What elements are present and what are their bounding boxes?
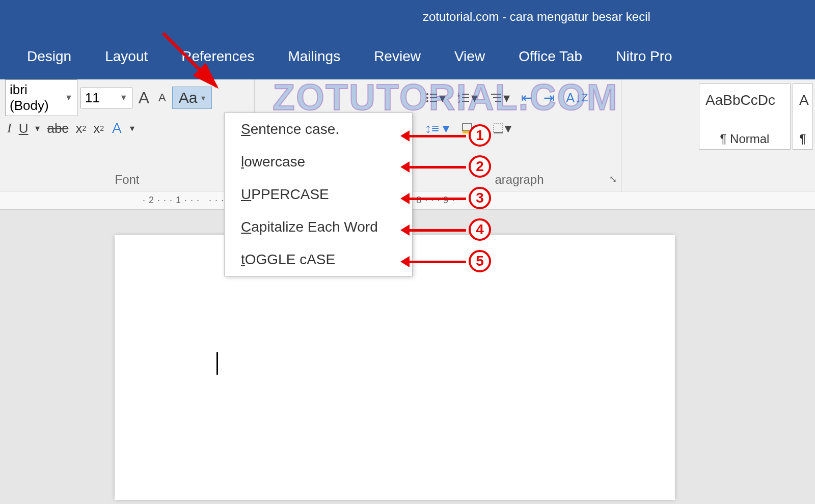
text-cursor bbox=[216, 352, 218, 375]
underline-dropdown[interactable]: ▾ bbox=[33, 122, 42, 135]
bullets-button[interactable]: ▾ bbox=[423, 89, 448, 107]
menu-capitalize-each-word[interactable]: Capitalize Each Word bbox=[225, 211, 412, 243]
style-preview-2: A bbox=[799, 87, 806, 108]
font-group-label: Font bbox=[0, 173, 254, 187]
paragraph-dialog-launcher[interactable]: ⤡ bbox=[609, 174, 617, 185]
ribbon-tabs: Design Layout References Mailings Review… bbox=[0, 34, 815, 79]
decrease-indent-button[interactable]: ⇤ bbox=[519, 89, 534, 107]
font-name-combo[interactable]: ibri (Body) ▼ bbox=[5, 79, 77, 116]
shrink-font-button[interactable]: A bbox=[155, 89, 169, 106]
change-case-button[interactable]: Aa ▾ bbox=[172, 87, 212, 109]
tab-design[interactable]: Design bbox=[18, 48, 80, 65]
numbering-button[interactable]: 123▾ bbox=[455, 89, 480, 107]
style-normal[interactable]: AaBbCcDc ¶ Normal bbox=[699, 83, 791, 150]
style-item-2[interactable]: A ¶ bbox=[793, 83, 813, 150]
menu-toggle-case[interactable]: tOGGLE cASE bbox=[225, 243, 412, 276]
annotation-4: 4 bbox=[469, 218, 491, 241]
grow-font-button[interactable]: A bbox=[135, 87, 152, 109]
style-name-2: ¶ bbox=[799, 132, 806, 146]
arrow-4 bbox=[408, 229, 466, 232]
borders-icon bbox=[492, 122, 505, 135]
chevron-down-icon: ▾ bbox=[201, 93, 205, 103]
arrow-3 bbox=[408, 198, 466, 200]
chevron-down-icon: ▼ bbox=[65, 93, 73, 102]
svg-rect-17 bbox=[494, 124, 503, 133]
annotation-2: 2 bbox=[469, 155, 491, 178]
paragraph-group-label: aragraph bbox=[418, 173, 621, 187]
tab-layout[interactable]: Layout bbox=[96, 48, 157, 65]
menu-sentence-case[interactable]: Sentence case. bbox=[225, 113, 412, 146]
tab-references[interactable]: References bbox=[172, 48, 263, 65]
annotation-3: 3 bbox=[469, 187, 491, 209]
title-bar: zotutorial.com - cara mengatur besar kec… bbox=[0, 0, 815, 34]
svg-point-4 bbox=[426, 100, 428, 102]
borders-button[interactable]: ▾ bbox=[490, 120, 513, 137]
svg-text:3: 3 bbox=[457, 99, 460, 104]
arrow-1 bbox=[408, 135, 466, 137]
increase-indent-button[interactable]: ⇥ bbox=[541, 89, 557, 107]
style-name: ¶ Normal bbox=[705, 132, 784, 146]
menu-uppercase[interactable]: UPPERCASE bbox=[225, 178, 412, 211]
styles-group: AaBbCcDc ¶ Normal A ¶ bbox=[699, 79, 815, 191]
italic-button[interactable]: I bbox=[5, 120, 14, 137]
svg-point-0 bbox=[426, 93, 428, 95]
arrow-2 bbox=[408, 166, 466, 169]
font-size-combo[interactable]: 11 ▼ bbox=[80, 88, 132, 108]
multilevel-icon bbox=[489, 91, 503, 105]
subscript-button[interactable]: x2 bbox=[73, 120, 88, 137]
change-case-menu: Sentence case. lowercase UPPERCASE Capit… bbox=[224, 113, 413, 276]
tab-mailings[interactable]: Mailings bbox=[279, 48, 349, 65]
chevron-down-icon: ▼ bbox=[120, 93, 128, 102]
multilevel-list-button[interactable]: ▾ bbox=[487, 89, 512, 107]
change-case-icon: Aa bbox=[179, 89, 198, 106]
tab-review[interactable]: Review bbox=[365, 48, 430, 65]
arrow-5 bbox=[408, 261, 466, 263]
text-effects-button[interactable]: A bbox=[109, 118, 125, 138]
tab-view[interactable]: View bbox=[445, 48, 494, 65]
svg-point-2 bbox=[426, 97, 428, 99]
numbering-icon: 123 bbox=[457, 91, 471, 105]
menu-lowercase[interactable]: lowercase bbox=[225, 146, 412, 178]
underline-button[interactable]: U bbox=[17, 120, 31, 137]
font-name-value: ibri (Body) bbox=[10, 82, 61, 114]
sort-button[interactable]: A↓Z bbox=[564, 89, 590, 107]
tab-office-tab[interactable]: Office Tab bbox=[509, 48, 591, 65]
strikethrough-button[interactable]: abc bbox=[45, 120, 70, 137]
bullets-icon bbox=[425, 91, 439, 105]
font-size-value: 11 bbox=[85, 90, 116, 106]
text-effects-dropdown[interactable]: ▾ bbox=[128, 122, 137, 135]
font-group: ibri (Body) ▼ 11 ▼ A A Aa ▾ I U ▾ abc x2… bbox=[0, 79, 255, 191]
style-preview: AaBbCcDc bbox=[705, 87, 784, 108]
tab-nitro-pro[interactable]: Nitro Pro bbox=[607, 48, 681, 65]
annotation-1: 1 bbox=[469, 124, 491, 147]
annotation-5: 5 bbox=[469, 250, 491, 272]
superscript-button[interactable]: x2 bbox=[91, 120, 106, 137]
window-title: zotutorial.com - cara mengatur besar kec… bbox=[423, 10, 650, 24]
